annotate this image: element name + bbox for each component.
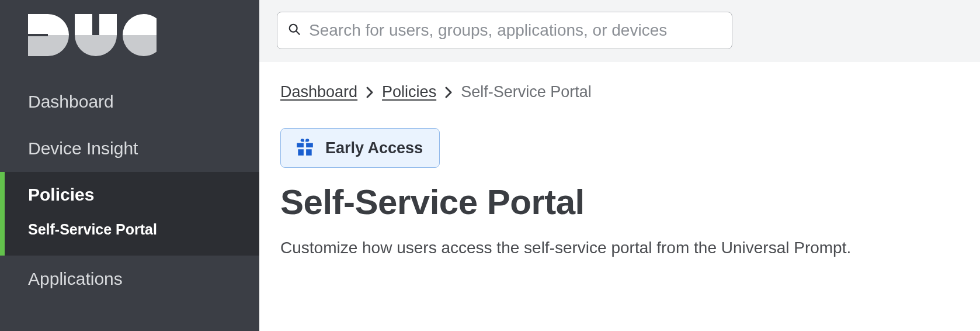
page-description: Customize how users access the self-serv… bbox=[280, 239, 980, 257]
early-access-badge: Early Access bbox=[280, 128, 440, 168]
sidebar-item-device-insight[interactable]: Device Insight bbox=[0, 125, 259, 172]
search-input[interactable] bbox=[309, 21, 721, 40]
search-icon bbox=[288, 23, 309, 38]
duo-logo bbox=[0, 0, 259, 62]
svg-rect-1 bbox=[28, 36, 48, 56]
sidebar: Dashboard Device Insight Policies Self-S… bbox=[0, 0, 259, 331]
sidebar-nav: Dashboard Device Insight Policies Self-S… bbox=[0, 78, 259, 302]
chevron-right-icon bbox=[444, 86, 453, 99]
breadcrumb-dashboard[interactable]: Dashboard bbox=[280, 83, 357, 101]
svg-point-4 bbox=[290, 25, 297, 32]
sidebar-subitem-self-service-portal[interactable]: Self-Service Portal bbox=[28, 218, 259, 250]
svg-line-5 bbox=[296, 31, 300, 35]
searchbar-container bbox=[259, 0, 980, 62]
svg-rect-9 bbox=[306, 149, 312, 156]
searchbar[interactable] bbox=[277, 12, 732, 49]
svg-rect-6 bbox=[297, 143, 304, 147]
svg-rect-2 bbox=[75, 14, 92, 35]
chevron-right-icon bbox=[366, 86, 374, 99]
breadcrumb-current: Self-Service Portal bbox=[461, 83, 592, 101]
early-access-label: Early Access bbox=[325, 139, 423, 157]
breadcrumb: Dashboard Policies Self-Service Portal bbox=[280, 83, 980, 101]
gift-icon bbox=[295, 137, 315, 159]
sidebar-item-dashboard[interactable]: Dashboard bbox=[0, 78, 259, 125]
breadcrumb-policies[interactable]: Policies bbox=[382, 83, 436, 101]
page-title: Self-Service Portal bbox=[280, 182, 980, 222]
sidebar-item-applications[interactable]: Applications bbox=[0, 256, 259, 302]
sidebar-item-policies[interactable]: Policies bbox=[28, 185, 259, 218]
sidebar-item-policies-group: Policies Self-Service Portal bbox=[0, 172, 259, 256]
content: Dashboard Policies Self-Service Portal bbox=[259, 62, 980, 257]
main: Dashboard Policies Self-Service Portal bbox=[259, 0, 980, 331]
svg-rect-0 bbox=[28, 14, 48, 34]
svg-rect-7 bbox=[306, 143, 313, 147]
svg-rect-3 bbox=[99, 14, 117, 35]
svg-rect-8 bbox=[298, 149, 304, 156]
